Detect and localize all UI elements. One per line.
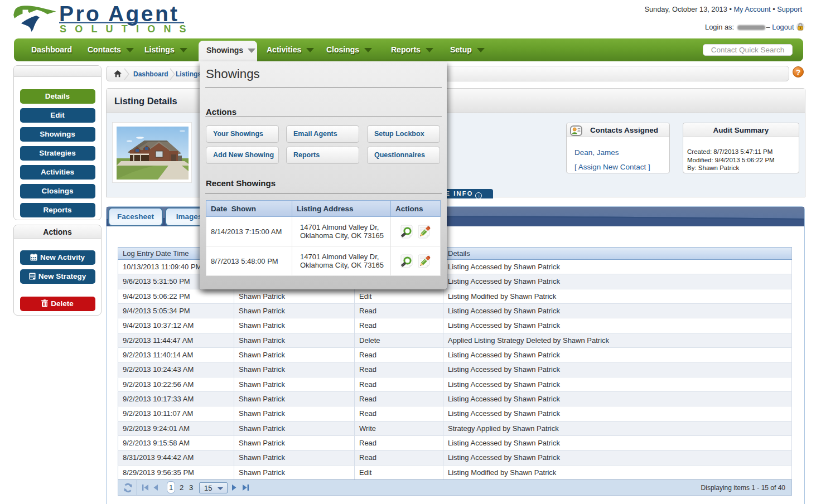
svg-text:SOLUTIONS: SOLUTIONS <box>60 23 195 35</box>
svg-text:Pro Agent: Pro Agent <box>59 2 180 26</box>
